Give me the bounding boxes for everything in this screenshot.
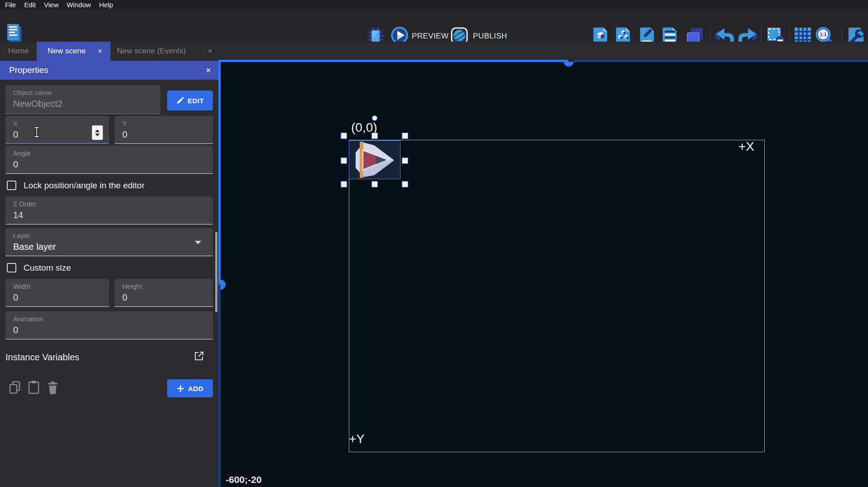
spinner-down-arrow[interactable]	[95, 134, 100, 136]
menu-edit[interactable]: Edit	[20, 0, 40, 10]
canvas-hscrollbar[interactable]	[218, 60, 568, 62]
main-toolbar: PREVIEW PUBLISH	[0, 10, 868, 42]
tab-new-scene-events-label: New scene (Events)	[117, 47, 186, 56]
object-name-label: Object name	[13, 89, 52, 96]
y-input[interactable]	[122, 129, 191, 140]
tab-new-scene[interactable]: New scene ×	[37, 42, 111, 61]
layer-value: Base layer	[13, 242, 159, 252]
add-variable-button[interactable]: ADD	[167, 379, 213, 397]
animation-input[interactable]	[13, 325, 159, 335]
gdevelop-window: File Edit View Window Help	[0, 0, 868, 487]
animation-field[interactable]: Animation	[5, 311, 213, 339]
resize-handle-w[interactable]	[341, 158, 347, 164]
width-input[interactable]	[13, 292, 86, 303]
canvas-vscrollbar[interactable]	[218, 62, 221, 285]
text-cursor	[34, 127, 40, 138]
z-order-input[interactable]	[13, 210, 159, 220]
z-order-field[interactable]: Z Order	[5, 196, 213, 224]
publish-button[interactable]: PUBLISH	[473, 32, 507, 41]
toolbar-divider	[789, 27, 790, 43]
axis-x-label: +X	[738, 139, 754, 154]
x-spinner[interactable]	[92, 125, 103, 140]
edit-button-label: EDIT	[188, 97, 204, 105]
chevron-down-icon[interactable]	[195, 241, 201, 244]
canvas-hscrollbar-track[interactable]	[574, 60, 868, 62]
plus-icon	[177, 385, 184, 392]
add-button-label: ADD	[188, 385, 203, 392]
axis-y-label: +Y	[349, 432, 365, 446]
object-name-field: Object name NewObject2	[5, 85, 160, 114]
spinner-up-arrow[interactable]	[95, 129, 100, 132]
menu-window[interactable]: Window	[63, 0, 95, 10]
custom-size-checkbox[interactable]	[7, 263, 16, 272]
resize-handle-s[interactable]	[371, 181, 378, 187]
toolbar-divider	[710, 27, 710, 43]
width-field[interactable]: Width	[5, 279, 109, 307]
cursor-coordinates: -600;-20	[222, 473, 265, 487]
pencil-icon	[176, 97, 184, 105]
object-name-value: NewObject2	[13, 99, 121, 109]
hscrollbar-knob[interactable]	[564, 62, 574, 67]
delete-icon[interactable]	[47, 381, 58, 394]
canvas-vscrollbar-track[interactable]	[218, 285, 221, 487]
x-field[interactable]: X	[5, 116, 109, 144]
panel-scrollbar[interactable]	[215, 232, 217, 312]
z-order-label: Z Order	[13, 200, 37, 208]
custom-size-label: Custom size	[24, 263, 71, 273]
menu-view[interactable]: View	[40, 0, 63, 10]
tab-new-scene-label: New scene	[48, 47, 86, 56]
svg-text:1:1: 1:1	[820, 32, 827, 37]
resize-handle-ne[interactable]	[402, 133, 408, 139]
width-label: Width	[13, 282, 30, 290]
preview-button[interactable]: PREVIEW	[412, 32, 448, 41]
tab-home[interactable]: Home	[0, 42, 37, 61]
y-field[interactable]: Y	[115, 116, 213, 144]
resize-handle-se[interactable]	[402, 181, 408, 187]
animation-label: Animation	[13, 315, 43, 323]
panel-title: Properties	[9, 65, 48, 75]
lock-position-checkbox[interactable]	[7, 181, 16, 190]
height-label: Height	[122, 282, 142, 290]
menu-file[interactable]: File	[1, 0, 20, 10]
angle-field-label: Angle	[13, 149, 30, 157]
spaceship-sprite[interactable]	[349, 141, 400, 179]
resize-handle-n[interactable]	[371, 133, 378, 139]
angle-field[interactable]: Angle	[5, 146, 213, 174]
layer-label: Layer	[13, 232, 30, 239]
resize-handle-e[interactable]	[402, 158, 408, 164]
vscrollbar-knob[interactable]	[221, 280, 226, 290]
close-icon[interactable]: ×	[206, 65, 211, 76]
layer-select[interactable]: Layer Base layer	[5, 228, 213, 256]
paste-icon[interactable]	[28, 380, 40, 394]
resize-handle-nw[interactable]	[341, 133, 347, 139]
menu-help[interactable]: Help	[95, 0, 117, 10]
toolbar-divider	[761, 27, 762, 43]
open-in-new-icon[interactable]	[193, 350, 205, 362]
lock-position-label: Lock position/angle in the editor	[24, 181, 145, 191]
x-field-label: X	[13, 119, 18, 127]
height-input[interactable]	[122, 292, 191, 303]
instance-variables-title: Instance Variables	[5, 352, 79, 363]
menu-bar: File Edit View Window Help	[0, 0, 868, 10]
x-input[interactable]	[13, 129, 77, 140]
rotate-handle[interactable]	[372, 115, 377, 121]
tab-home-label: Home	[8, 47, 29, 56]
toolbar-divider	[842, 27, 842, 43]
properties-panel-header: Properties ×	[0, 61, 218, 80]
tab-close-icon[interactable]: ×	[96, 47, 104, 56]
y-field-label: Y	[122, 119, 127, 127]
project-manager-icon[interactable]	[5, 23, 24, 43]
copy-icon[interactable]	[9, 381, 21, 394]
tab-new-scene-events[interactable]: New scene (Events) ×	[111, 42, 221, 61]
angle-input[interactable]	[13, 159, 159, 170]
game-window-border	[349, 140, 765, 452]
edit-button[interactable]: EDIT	[167, 91, 213, 110]
height-field[interactable]: Height	[115, 279, 213, 307]
resize-handle-sw[interactable]	[341, 181, 347, 187]
tab-close-icon[interactable]: ×	[206, 47, 214, 56]
editor-tabs: Home New scene × New scene (Events) ×	[0, 42, 868, 61]
